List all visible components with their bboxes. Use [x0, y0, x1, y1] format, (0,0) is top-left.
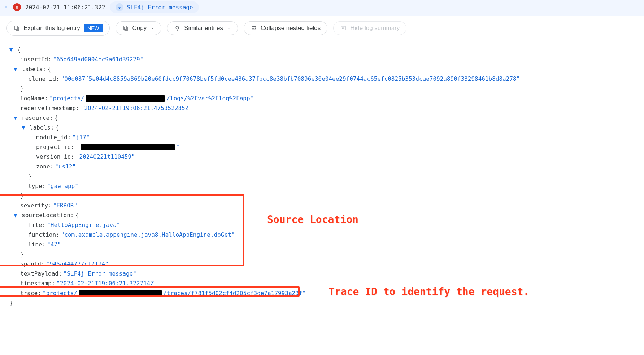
copy-label: Copy: [132, 25, 147, 32]
new-badge: NEW: [84, 24, 103, 32]
toggle-icon[interactable]: ▼: [9, 46, 14, 53]
field-trace[interactable]: trace: "projects//traces/f781f5d02cf4d20…: [6, 288, 638, 298]
svg-point-2: [176, 26, 179, 29]
similar-entries-button[interactable]: Similar entries: [167, 21, 238, 35]
redacted-project: [79, 290, 162, 297]
toggle-icon[interactable]: ▼: [14, 66, 19, 73]
resource-close: }: [6, 191, 638, 201]
field-sourceLocation[interactable]: ▼sourceLocation: {: [6, 210, 638, 220]
chevron-down-icon: [227, 26, 231, 30]
toggle-icon[interactable]: ▼: [22, 124, 27, 131]
log-message-text: SLF4j Error message: [127, 4, 193, 11]
field-logName[interactable]: logName: "projects//logs/%2Fvar%2Flog%2F…: [6, 93, 638, 103]
summary-icon: [340, 25, 347, 31]
svg-rect-1: [123, 26, 127, 29]
field-timestamp[interactable]: timestamp: "2024-02-21T19:06:21.322714Z": [6, 279, 638, 288]
field-spanId[interactable]: spanId: "945a444777c17194": [6, 259, 638, 269]
explain-label: Explain this log entry: [23, 25, 80, 32]
redacted-project: [86, 95, 165, 102]
field-resource-labels[interactable]: ▼labels: {: [6, 123, 638, 132]
sourceLocation-close: }: [6, 249, 638, 259]
similar-label: Similar entries: [184, 25, 223, 32]
field-textPayload[interactable]: textPayload: "SLF4j Error message": [6, 269, 638, 279]
log-header: !! 2024-02-21 11:06:21.322 SLF4j Error m…: [0, 0, 644, 16]
hide-summary-label: Hide log summary: [350, 25, 400, 32]
field-project-id[interactable]: project_id: "": [6, 142, 638, 152]
log-timestamp: 2024-02-21 11:06:21.322: [25, 4, 105, 11]
json-open-brace: ▼{: [6, 45, 638, 54]
log-toolbar: Explain this log entry NEW Copy Similar …: [0, 16, 644, 40]
log-json-body: ▼{ insertId: "65d649ad0004ec9a61d39229" …: [0, 40, 644, 315]
filter-icon: [116, 3, 123, 11]
chevron-down-icon: [150, 26, 155, 30]
json-close-brace: }: [6, 298, 638, 308]
expand-toggle[interactable]: [4, 5, 9, 10]
explain-button[interactable]: Explain this log entry NEW: [6, 21, 110, 36]
field-insertId[interactable]: insertId: "65d649ad0004ec9a61d39229": [6, 54, 638, 64]
field-version-id[interactable]: version_id: "20240221t110459": [6, 152, 638, 162]
field-clone-id[interactable]: clone_id: "00d087f5e04d4c8859a869b20e60f…: [6, 74, 638, 84]
collapse-icon: [251, 25, 257, 31]
toggle-icon[interactable]: ▼: [14, 212, 19, 219]
hide-summary-button: Hide log summary: [333, 21, 406, 35]
collapse-fields-button[interactable]: Collapse nested fields: [244, 21, 327, 35]
redacted-project: [81, 144, 175, 150]
labels-close: }: [6, 84, 638, 93]
field-type[interactable]: type: "gae_app": [6, 181, 638, 191]
copy-icon: [122, 25, 129, 31]
log-message-chip[interactable]: SLF4j Error message: [110, 1, 199, 13]
field-module-id[interactable]: module_id: "j17": [6, 132, 638, 142]
field-resource[interactable]: ▼resource: {: [6, 113, 638, 123]
toggle-icon[interactable]: ▼: [14, 114, 19, 121]
severity-icon: !!: [13, 3, 21, 11]
field-file[interactable]: file: "HelloAppEngine.java": [6, 220, 638, 230]
field-labels[interactable]: ▼labels: {: [6, 64, 638, 74]
collapse-label: Collapse nested fields: [261, 25, 321, 32]
field-receiveTimestamp[interactable]: receiveTimestamp: "2024-02-21T19:06:21.4…: [6, 103, 638, 113]
copy-button[interactable]: Copy: [116, 21, 162, 35]
field-line[interactable]: line: "47": [6, 240, 638, 249]
field-severity[interactable]: severity: "ERROR": [6, 201, 638, 210]
svg-rect-0: [125, 27, 128, 30]
field-zone[interactable]: zone: "us12": [6, 162, 638, 171]
resource-labels-close: }: [6, 171, 638, 181]
bulb-icon: [174, 25, 180, 31]
sparkle-icon: [13, 25, 20, 31]
field-function[interactable]: function: "com.example.appengine.java8.H…: [6, 230, 638, 240]
